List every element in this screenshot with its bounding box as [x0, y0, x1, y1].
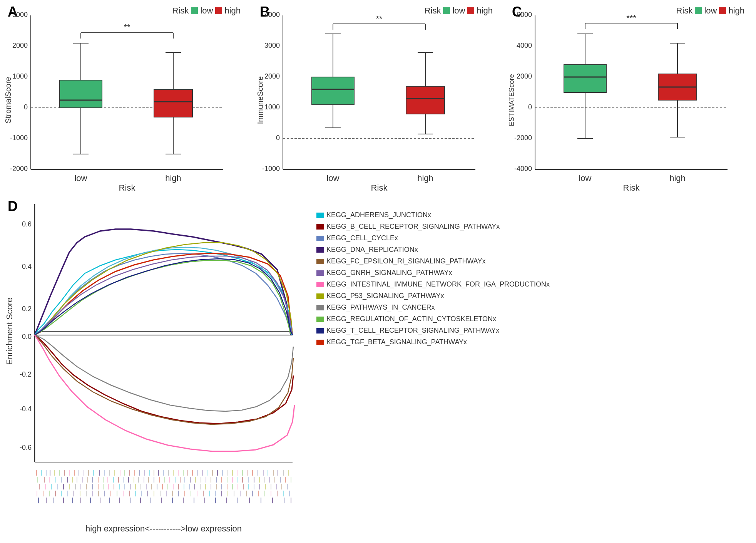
- svg-text:0: 0: [276, 134, 280, 142]
- svg-text:1000: 1000: [12, 72, 28, 80]
- panel-b-svg: ImmuneScore 4000 3000 2000 1000 0 -1000 …: [252, 0, 504, 193]
- svg-text:Risk: Risk: [119, 183, 136, 193]
- panel-c-svg: ESTIMATEScore 6000 4000 2000 0 -2000 -40…: [504, 0, 756, 193]
- svg-text:ImmuneScore: ImmuneScore: [256, 76, 264, 124]
- svg-rect-318: [316, 236, 324, 241]
- svg-text:**: **: [376, 14, 383, 23]
- svg-text:4000: 4000: [517, 42, 532, 49]
- svg-text:KEGG_B_CELL_RECEPTOR_SIGNALING: KEGG_B_CELL_RECEPTOR_SIGNALING_PATHWAYx: [326, 223, 500, 231]
- svg-text:***: ***: [626, 13, 636, 23]
- svg-text:-1000: -1000: [262, 165, 280, 173]
- svg-text:KEGG_PATHWAYS_IN_CANCERx: KEGG_PATHWAYS_IN_CANCERx: [326, 303, 435, 312]
- svg-text:0.0: 0.0: [22, 333, 32, 340]
- svg-text:KEGG_P53_SIGNALING_PATHWAYx: KEGG_P53_SIGNALING_PATHWAYx: [326, 292, 444, 300]
- svg-text:3000: 3000: [264, 42, 280, 49]
- svg-rect-330: [316, 305, 324, 310]
- svg-text:KEGG_CELL_CYCLEx: KEGG_CELL_CYCLEx: [326, 234, 398, 242]
- svg-text:low: low: [74, 173, 87, 183]
- panel-b: B Risk low high ImmuneScore 4000 3000 20…: [252, 0, 504, 193]
- svg-rect-14: [60, 80, 102, 108]
- svg-text:-0.6: -0.6: [20, 444, 32, 451]
- svg-rect-316: [316, 224, 324, 230]
- svg-text:0.2: 0.2: [22, 305, 32, 313]
- svg-text:ESTIMATEScore: ESTIMATEScore: [508, 74, 515, 126]
- svg-rect-322: [316, 259, 324, 264]
- svg-text:low: low: [326, 173, 339, 183]
- svg-text:KEGG_T_CELL_RECEPTOR_SIGNALING: KEGG_T_CELL_RECEPTOR_SIGNALING_PATHWAYx: [326, 327, 499, 335]
- panel-d-svg: Enrichment Score 0.6 0.4 0.2 0.0 -0.2 -0…: [0, 193, 756, 543]
- gsea-legend: KEGG_ADHERENS_JUNCTIONx KEGG_B_CELL_RECE…: [316, 211, 550, 346]
- svg-text:KEGG_FC_EPSILON_RI_SIGNALING_P: KEGG_FC_EPSILON_RI_SIGNALING_PATHWAYx: [326, 257, 485, 265]
- svg-rect-328: [316, 293, 324, 299]
- svg-text:Risk: Risk: [371, 183, 388, 193]
- svg-rect-320: [316, 247, 324, 253]
- svg-text:-0.2: -0.2: [20, 370, 32, 378]
- svg-text:3000: 3000: [12, 11, 28, 18]
- panel-a-svg: StromalScore 3000 2000 1000 0 -1000 -200…: [0, 0, 252, 193]
- svg-text:2000: 2000: [517, 72, 532, 80]
- svg-text:6000: 6000: [517, 11, 532, 18]
- panel-c: C Risk low high ESTIMATEScore 6000 4000 …: [504, 0, 756, 193]
- svg-text:KEGG_ADHERENS_JUNCTIONx: KEGG_ADHERENS_JUNCTIONx: [326, 211, 431, 219]
- svg-text:-2000: -2000: [10, 165, 28, 173]
- svg-text:0.4: 0.4: [22, 263, 32, 270]
- svg-text:0.6: 0.6: [22, 220, 32, 228]
- svg-text:low: low: [579, 173, 591, 183]
- svg-text:KEGG_REGULATION_OF_ACTIN_CYTOS: KEGG_REGULATION_OF_ACTIN_CYTOSKELETONx: [326, 315, 496, 323]
- svg-text:high expression<----------->lo: high expression<----------->low expressi…: [85, 524, 242, 533]
- svg-text:high: high: [165, 173, 181, 183]
- svg-rect-332: [316, 317, 324, 322]
- svg-text:-0.4: -0.4: [20, 405, 32, 413]
- svg-text:KEGG_DNA_REPLICATIONx: KEGG_DNA_REPLICATIONx: [326, 246, 418, 254]
- svg-rect-324: [316, 270, 324, 276]
- svg-text:high: high: [669, 173, 686, 183]
- svg-text:Risk: Risk: [623, 183, 640, 193]
- svg-rect-20: [154, 89, 192, 117]
- svg-rect-49: [406, 86, 445, 114]
- svg-text:-2000: -2000: [514, 134, 532, 142]
- svg-text:high: high: [417, 173, 433, 183]
- svg-text:KEGG_INTESTINAL_IMMUNE_NETWORK: KEGG_INTESTINAL_IMMUNE_NETWORK_FOR_IGA_P…: [326, 280, 550, 288]
- main-container: A Risk low high StromalScore 3000 2000 1…: [0, 0, 756, 543]
- yaxis-label-a: StromalScore: [4, 77, 12, 123]
- svg-text:1000: 1000: [264, 103, 280, 111]
- svg-rect-334: [316, 328, 324, 334]
- svg-rect-326: [316, 282, 324, 287]
- svg-text:KEGG_TGF_BETA_SIGNALING_PATHWA: KEGG_TGF_BETA_SIGNALING_PATHWAYx: [326, 338, 467, 346]
- panel-a: A Risk low high StromalScore 3000 2000 1…: [0, 0, 252, 193]
- svg-text:2000: 2000: [264, 72, 280, 80]
- svg-text:-1000: -1000: [10, 134, 28, 142]
- svg-rect-43: [312, 77, 354, 105]
- svg-text:KEGG_GNRH_SIGNALING_PATHWAYx: KEGG_GNRH_SIGNALING_PATHWAYx: [326, 269, 452, 277]
- svg-text:Enrichment Score: Enrichment Score: [5, 298, 14, 365]
- panel-d: D Enrichment Score 0.6 0.4 0.2 0.0 -0.2 …: [0, 193, 756, 543]
- svg-text:2000: 2000: [12, 42, 28, 49]
- svg-rect-72: [564, 65, 606, 92]
- svg-text:4000: 4000: [264, 11, 280, 18]
- svg-text:**: **: [124, 22, 130, 32]
- svg-rect-314: [316, 213, 324, 218]
- svg-text:0: 0: [24, 103, 28, 111]
- svg-text:-4000: -4000: [514, 165, 532, 173]
- svg-rect-336: [316, 340, 324, 345]
- svg-text:0: 0: [528, 103, 532, 111]
